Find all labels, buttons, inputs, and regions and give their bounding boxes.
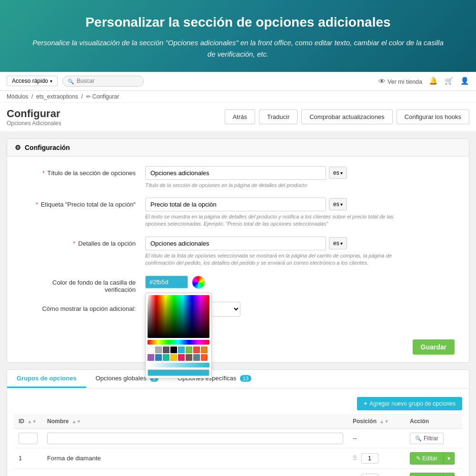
breadcrumb-modules[interactable]: Módulos: [7, 93, 28, 100]
position-input[interactable]: [361, 474, 378, 476]
eye-icon[interactable]: 👁 Ver mi tienda: [378, 77, 422, 85]
main-content: Configuración * Título de la sección de …: [0, 132, 476, 476]
drag-handle-icon[interactable]: ⠿: [353, 455, 357, 462]
check-updates-button[interactable]: Comprobar actualizaciones: [301, 109, 393, 124]
table-row: 2 Color ⠿ ✎ Editar ▾: [14, 468, 462, 476]
color-swatch[interactable]: [186, 347, 192, 353]
action-btn-group: ✎ Editar ▾: [410, 473, 457, 476]
save-row: Guardar: [7, 335, 469, 362]
color-picker-popup: [145, 276, 188, 288]
color-swatch[interactable]: [170, 347, 177, 353]
total-price-input-group: es: [145, 198, 455, 211]
filter-action-cell: Filtrar: [405, 428, 462, 448]
top-bar-right: 👁 Ver mi tienda 🔔 🛒 👤: [378, 77, 469, 85]
color-swatch[interactable]: [148, 347, 154, 353]
spectrum-gradient[interactable]: [148, 295, 209, 338]
page-title-block: Configurar Opciones Adicionales: [7, 108, 61, 127]
chevron-down-icon: [50, 78, 52, 84]
color-swatch[interactable]: [155, 347, 162, 353]
gear-icon: [15, 144, 21, 151]
title-input[interactable]: [145, 166, 326, 180]
top-bar-left: Acceso rápido: [7, 76, 144, 87]
hue-bar[interactable]: [148, 340, 209, 345]
position-sort-icon[interactable]: ▲▼: [379, 419, 389, 424]
color-swatch[interactable]: [178, 347, 185, 353]
add-group-button[interactable]: Agregar nuevo grupo de opciones: [357, 397, 462, 410]
name-sort-icon[interactable]: ▲▼: [72, 419, 81, 424]
options-table: ID ▲▼ Nombre ▲▼ Posición ▲▼ Acción: [14, 414, 462, 476]
color-swatch[interactable]: [163, 347, 169, 353]
row-name: Color: [42, 468, 348, 476]
form-group-display-option: Cómo mostrar la opción adicional: Caja: [21, 302, 455, 317]
page-actions: Atrás Traducir Comprobar actualizaciones…: [225, 109, 469, 124]
color-swatch[interactable]: [170, 354, 177, 361]
user-icon[interactable]: 👤: [460, 77, 469, 85]
breadcrumb-module-name[interactable]: ets_extraoptions: [36, 93, 78, 100]
bell-icon[interactable]: 🔔: [429, 77, 438, 85]
form-group-total-price: * Etiqueta "Precio total de la opción" e…: [21, 198, 455, 228]
row-id: 1: [14, 448, 42, 468]
back-button[interactable]: Atrás: [225, 109, 255, 124]
filter-name-input[interactable]: [47, 433, 343, 444]
color-hex-input[interactable]: [145, 276, 188, 288]
row-action: ✎ Editar ▾: [405, 468, 462, 476]
table-header-row: ID ▲▼ Nombre ▲▼ Posición ▲▼ Acción: [14, 414, 462, 429]
search-input[interactable]: [77, 78, 139, 84]
color-swatch[interactable]: [148, 354, 154, 361]
filter-id-cell: [14, 428, 42, 448]
config-card-body: * Título de la sección de opciones es Tí…: [7, 157, 469, 335]
config-card: Configuración * Título de la sección de …: [7, 139, 469, 363]
color-swatch[interactable]: [155, 354, 162, 361]
filter-button[interactable]: Filtrar: [410, 433, 444, 444]
filter-position-cell: --: [348, 428, 405, 448]
filter-icon: [415, 435, 422, 442]
title-control-wrapper: es Título de la sección de opciones en l…: [145, 166, 455, 189]
checkbox-color-label: Color de fondo de la casilla de verifica…: [21, 276, 145, 293]
config-card-header: Configuración: [7, 139, 469, 157]
table-filter-row: -- Filtrar: [14, 428, 462, 448]
edit-button[interactable]: ✎ Editar: [410, 473, 444, 476]
row-position: ⠿: [348, 448, 405, 468]
page-title: Configurar: [7, 108, 61, 120]
col-name: Nombre ▲▼: [42, 414, 348, 429]
title-lang-button[interactable]: es: [329, 167, 347, 179]
search-icon: [68, 78, 74, 85]
option-details-hint: El título de la lista de opciones selecc…: [145, 252, 412, 267]
hero-title: Personalizar la sección de opciones adic…: [29, 14, 447, 30]
option-details-lang-button[interactable]: es: [329, 237, 347, 249]
edit-dropdown-button[interactable]: ▾: [444, 452, 455, 465]
color-swatch[interactable]: [201, 354, 208, 361]
opacity-slider[interactable]: [148, 363, 209, 367]
color-swatch[interactable]: [193, 354, 200, 361]
color-swatch[interactable]: [193, 347, 200, 353]
edit-button[interactable]: ✎ Editar: [410, 452, 444, 465]
color-swatch[interactable]: [186, 354, 192, 361]
save-button[interactable]: Guardar: [413, 339, 455, 355]
translate-button[interactable]: Traducir: [259, 109, 298, 124]
total-price-lang-button[interactable]: es: [329, 198, 347, 210]
configure-hooks-button[interactable]: Configurar los hooks: [397, 109, 469, 124]
col-action: Acción: [405, 414, 462, 429]
tab-grupos-opciones[interactable]: Grupos de opciones: [7, 370, 86, 388]
tab-especificas-count: 13: [240, 375, 251, 382]
color-swatch[interactable]: [163, 354, 169, 361]
filter-id-input[interactable]: [19, 433, 38, 444]
hero-banner: Personalizar la sección de opciones adic…: [0, 0, 476, 72]
color-preview-row: [148, 369, 209, 376]
edit-dropdown-button[interactable]: ▾: [444, 473, 455, 476]
title-input-group: es: [145, 166, 455, 180]
cart-icon[interactable]: 🛒: [445, 77, 454, 85]
id-sort-icon[interactable]: ▲▼: [27, 419, 37, 424]
hero-description: Personalice la visualización de la secci…: [29, 37, 447, 60]
color-wheel-button[interactable]: [192, 276, 205, 289]
total-price-input[interactable]: [145, 198, 326, 211]
option-details-input[interactable]: [145, 237, 326, 250]
color-swatch[interactable]: [201, 347, 208, 353]
quick-access-button[interactable]: Acceso rápido: [7, 76, 58, 86]
option-details-input-group: es: [145, 237, 455, 250]
row-name: Forma de diamante: [42, 448, 348, 468]
table-body: 1 Forma de diamante ⠿ ✎ Editar ▾ 2 Color…: [14, 448, 462, 476]
position-input[interactable]: [361, 453, 378, 464]
color-swatch[interactable]: [178, 354, 185, 361]
breadcrumb-current: ✏ Configurar: [86, 93, 119, 100]
